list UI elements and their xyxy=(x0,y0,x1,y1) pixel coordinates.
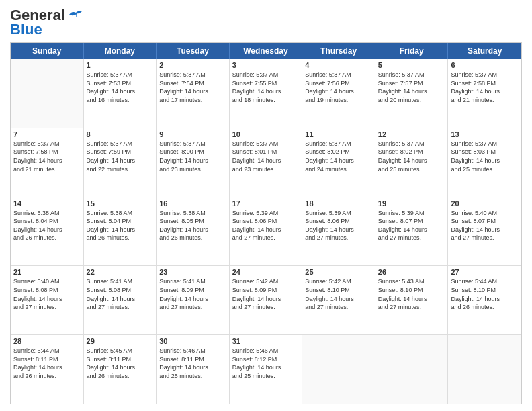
day-info-text: and 27 minutes. xyxy=(232,303,300,312)
day-info-text: Sunrise: 5:37 AM xyxy=(305,140,372,148)
calendar-day-25: 25Sunrise: 5:42 AMSunset: 8:10 PMDayligh… xyxy=(302,266,375,334)
day-info-text: and 18 minutes. xyxy=(232,96,300,105)
day-info-text: Sunrise: 5:37 AM xyxy=(451,71,519,79)
day-info-text: Daylight: 14 hours xyxy=(87,295,154,304)
calendar-day-18: 18Sunrise: 5:39 AMSunset: 8:06 PMDayligh… xyxy=(302,197,375,266)
day-number: 13 xyxy=(451,130,519,138)
day-info-text: Sunrise: 5:43 AM xyxy=(378,277,445,286)
day-info-text: Sunrise: 5:38 AM xyxy=(159,209,226,218)
day-info-text: Sunset: 8:11 PM xyxy=(87,355,154,364)
day-info-text: and 26 minutes. xyxy=(451,303,519,312)
day-info-text: Sunset: 8:04 PM xyxy=(13,217,81,226)
day-info-text: Sunrise: 5:40 AM xyxy=(13,277,81,286)
day-info-text: and 19 minutes. xyxy=(305,96,372,105)
calendar-day-empty xyxy=(11,59,84,128)
day-number: 30 xyxy=(159,337,226,345)
day-number: 15 xyxy=(87,199,154,208)
day-info-text: Daylight: 14 hours xyxy=(13,363,81,372)
logo: General Blue xyxy=(10,7,83,38)
calendar-body: 1Sunrise: 5:37 AMSunset: 7:53 PMDaylight… xyxy=(11,59,521,404)
day-number: 12 xyxy=(378,130,445,138)
day-info-text: Daylight: 14 hours xyxy=(159,295,226,304)
day-info-text: and 27 minutes. xyxy=(13,303,81,312)
day-info-text: Daylight: 14 hours xyxy=(451,226,519,234)
day-info-text: and 21 minutes. xyxy=(13,165,81,174)
day-info-text: Sunset: 8:10 PM xyxy=(378,286,445,295)
day-info-text: Daylight: 14 hours xyxy=(451,295,519,304)
day-info-text: and 23 minutes. xyxy=(159,165,226,174)
day-info-text: Sunset: 7:57 PM xyxy=(378,79,445,88)
day-info-text: Sunrise: 5:37 AM xyxy=(232,140,300,148)
day-info-text: Sunset: 8:02 PM xyxy=(378,148,445,156)
calendar-week-5: 28Sunrise: 5:44 AMSunset: 8:11 PMDayligh… xyxy=(11,335,521,404)
day-number: 31 xyxy=(232,337,300,345)
day-info-text: Sunrise: 5:39 AM xyxy=(232,209,300,218)
calendar-day-26: 26Sunrise: 5:43 AMSunset: 8:10 PMDayligh… xyxy=(375,266,449,334)
logo-blue: Blue xyxy=(10,21,42,38)
day-info-text: Daylight: 14 hours xyxy=(232,87,300,96)
calendar-day-7: 7Sunrise: 5:37 AMSunset: 7:58 PMDaylight… xyxy=(11,128,84,197)
day-info-text: Daylight: 14 hours xyxy=(305,87,372,96)
day-info-text: and 27 minutes. xyxy=(305,303,372,312)
day-number: 27 xyxy=(451,268,519,276)
calendar-day-4: 4Sunrise: 5:37 AMSunset: 7:56 PMDaylight… xyxy=(302,59,375,128)
calendar-day-14: 14Sunrise: 5:38 AMSunset: 8:04 PMDayligh… xyxy=(11,197,84,266)
day-info-text: Sunset: 8:06 PM xyxy=(232,217,300,226)
day-info-text: Daylight: 14 hours xyxy=(159,226,226,234)
day-info-text: Sunrise: 5:37 AM xyxy=(87,71,154,79)
day-number: 10 xyxy=(232,130,300,138)
day-number: 26 xyxy=(378,268,445,276)
day-info-text: Sunrise: 5:42 AM xyxy=(232,277,300,286)
calendar-header-thursday: Thursday xyxy=(302,43,375,59)
day-info-text: Sunset: 8:04 PM xyxy=(87,217,154,226)
day-info-text: Sunrise: 5:37 AM xyxy=(378,140,445,148)
day-info-text: Sunrise: 5:44 AM xyxy=(451,277,519,286)
day-info-text: and 21 minutes. xyxy=(451,96,519,105)
day-info-text: and 25 minutes. xyxy=(451,165,519,174)
day-info-text: and 25 minutes. xyxy=(159,372,226,381)
day-info-text: Sunrise: 5:37 AM xyxy=(232,71,300,79)
day-info-text: and 27 minutes. xyxy=(159,303,226,312)
calendar-day-22: 22Sunrise: 5:41 AMSunset: 8:08 PMDayligh… xyxy=(84,266,157,334)
calendar-header-tuesday: Tuesday xyxy=(157,43,230,59)
day-info-text: Sunset: 8:11 PM xyxy=(13,355,81,364)
day-info-text: Sunset: 8:08 PM xyxy=(13,286,81,295)
day-info-text: Sunset: 7:58 PM xyxy=(451,79,519,88)
day-info-text: Sunset: 8:07 PM xyxy=(378,217,445,226)
day-info-text: Daylight: 14 hours xyxy=(87,226,154,234)
day-info-text: and 27 minutes. xyxy=(378,234,445,242)
calendar-day-17: 17Sunrise: 5:39 AMSunset: 8:06 PMDayligh… xyxy=(230,197,303,266)
day-info-text: Sunset: 8:05 PM xyxy=(159,217,226,226)
day-info-text: Daylight: 14 hours xyxy=(232,156,300,165)
day-info-text: and 27 minutes. xyxy=(305,234,372,242)
day-info-text: Sunset: 7:53 PM xyxy=(87,79,154,88)
day-info-text: Sunrise: 5:46 AM xyxy=(159,347,226,355)
day-number: 22 xyxy=(87,268,154,276)
day-info-text: and 26 minutes. xyxy=(87,372,154,381)
day-info-text: Sunset: 8:11 PM xyxy=(159,355,226,364)
day-number: 6 xyxy=(451,61,519,69)
day-number: 9 xyxy=(159,130,226,138)
day-info-text: and 26 minutes. xyxy=(87,234,154,242)
day-info-text: and 16 minutes. xyxy=(87,96,154,105)
calendar-day-1: 1Sunrise: 5:37 AMSunset: 7:53 PMDaylight… xyxy=(84,59,157,128)
calendar-day-empty xyxy=(448,335,521,404)
calendar-day-8: 8Sunrise: 5:37 AMSunset: 7:59 PMDaylight… xyxy=(84,128,157,197)
day-info-text: Daylight: 14 hours xyxy=(378,87,445,96)
day-number: 29 xyxy=(87,337,154,345)
day-info-text: Daylight: 14 hours xyxy=(451,156,519,165)
day-info-text: Daylight: 14 hours xyxy=(159,156,226,165)
day-number: 5 xyxy=(378,61,445,69)
calendar-header-friday: Friday xyxy=(375,43,449,59)
day-info-text: Sunrise: 5:45 AM xyxy=(87,347,154,355)
calendar-header: SundayMondayTuesdayWednesdayThursdayFrid… xyxy=(11,43,521,59)
day-info-text: and 27 minutes. xyxy=(87,303,154,312)
day-info-text: Sunrise: 5:42 AM xyxy=(305,277,372,286)
day-info-text: Sunset: 8:07 PM xyxy=(451,217,519,226)
day-info-text: Sunrise: 5:37 AM xyxy=(159,71,226,79)
calendar-day-13: 13Sunrise: 5:37 AMSunset: 8:03 PMDayligh… xyxy=(448,128,521,197)
day-info-text: and 23 minutes. xyxy=(232,165,300,174)
calendar-day-30: 30Sunrise: 5:46 AMSunset: 8:11 PMDayligh… xyxy=(157,335,230,404)
calendar-day-15: 15Sunrise: 5:38 AMSunset: 8:04 PMDayligh… xyxy=(84,197,157,266)
day-info-text: Daylight: 14 hours xyxy=(87,156,154,165)
